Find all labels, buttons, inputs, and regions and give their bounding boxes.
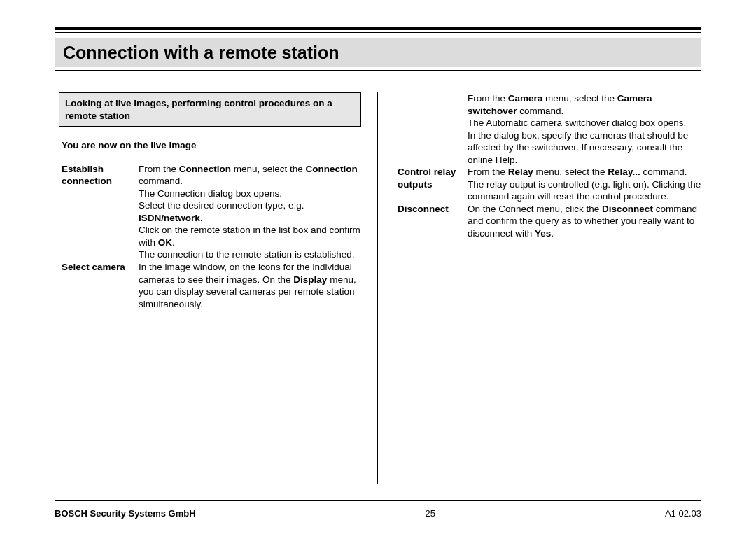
content: Looking at live images, performing contr… xyxy=(55,92,701,484)
entry-select-camera: Select camera In the image window, on th… xyxy=(62,261,365,310)
left-column: Looking at live images, performing contr… xyxy=(55,92,378,484)
footer-rule xyxy=(55,500,701,501)
term: Establish connection xyxy=(62,163,139,261)
term: Disconnect xyxy=(398,203,468,240)
entry-control-relay: Control relay outputs From the Relay men… xyxy=(398,166,701,203)
description: From the Connection menu, select the Con… xyxy=(139,163,365,261)
description: In the image window, on the icons for th… xyxy=(139,261,365,310)
term: Control relay outputs xyxy=(398,166,468,203)
callout-box: Looking at live images, performing contr… xyxy=(59,92,361,127)
term-spacer xyxy=(398,92,468,166)
page: Connection with a remote station Looking… xyxy=(0,0,756,534)
footer-right: A1 02.03 xyxy=(665,508,701,519)
entry-camera-switchover: From the Camera menu, select the Camera … xyxy=(398,92,701,166)
term: Select camera xyxy=(62,261,139,310)
title-under-rule xyxy=(55,70,701,71)
description: On the Connect menu, click the Disconnec… xyxy=(468,203,701,240)
description: From the Relay menu, select the Relay...… xyxy=(468,166,701,203)
page-title: Connection with a remote station xyxy=(55,38,701,67)
footer-row: BOSCH Security Systems GmbH – 25 – A1 02… xyxy=(55,508,701,519)
subheading: You are now on the live image xyxy=(62,139,365,152)
right-column: From the Camera menu, select the Camera … xyxy=(377,92,701,484)
footer-page-number: – 25 – xyxy=(418,508,443,519)
description: From the Camera menu, select the Camera … xyxy=(468,92,701,166)
top-rule xyxy=(55,27,701,33)
entry-disconnect: Disconnect On the Connect menu, click th… xyxy=(398,203,701,240)
footer: BOSCH Security Systems GmbH – 25 – A1 02… xyxy=(55,500,701,519)
footer-left: BOSCH Security Systems GmbH xyxy=(55,508,196,519)
entry-establish-connection: Establish connection From the Connection… xyxy=(62,163,365,261)
